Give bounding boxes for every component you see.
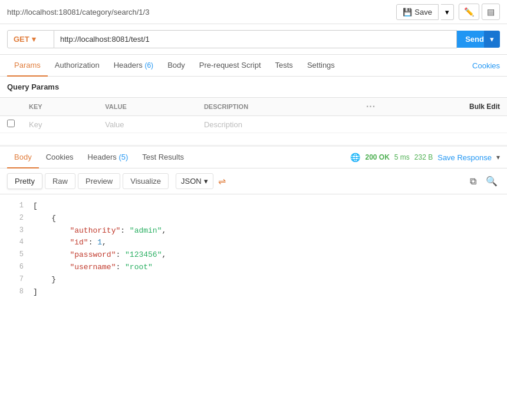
json-line-4: 4 "id": 1, [0, 237, 507, 249]
tab-settings-label: Settings [307, 61, 335, 70]
json-line-3: 3 "authority": "admin", [0, 225, 507, 237]
format-select[interactable]: JSON ▾ [176, 173, 213, 189]
json-line-8: 8 ] [0, 286, 507, 299]
view-tab-raw[interactable]: Raw [45, 173, 75, 189]
resp-tab-test-results[interactable]: Test Results [135, 147, 191, 168]
key-cell[interactable]: Key [22, 116, 98, 133]
method-label: GET [14, 35, 29, 44]
tab-authorization[interactable]: Authorization [48, 55, 107, 77]
save-icon: 💾 [403, 8, 412, 16]
json-viewer: 1 [ 2 { 3 "authority": "admin", 4 "id": … [0, 194, 507, 304]
th-value: VALUE [98, 98, 197, 116]
view-tab-visualize[interactable]: Visualize [123, 173, 169, 189]
response-meta: 🌐 200 OK 5 ms 232 B Save Response ▾ [350, 153, 500, 162]
search-button[interactable]: 🔍 [483, 173, 500, 189]
row-actions-cell [359, 116, 383, 133]
resp-tab-body[interactable]: Body [7, 147, 39, 168]
top-bar-actions: 💾 Save ▾ ✏️ ▤ [396, 4, 500, 20]
th-description: DESCRIPTION [197, 98, 359, 116]
tab-settings[interactable]: Settings [300, 55, 342, 77]
row-bulk-cell [383, 116, 507, 133]
view-tab-preview[interactable]: Preview [78, 173, 120, 189]
save-dropdown-button[interactable]: ▾ [441, 4, 454, 20]
response-section: Body Cookies Headers (5) Test Results 🌐 … [0, 145, 507, 304]
json-line-2: 2 { [0, 213, 507, 225]
save-arrow-icon: ▾ [445, 8, 449, 16]
json-line-6: 6 "username": "root" [0, 262, 507, 274]
response-time: 5 ms [394, 153, 410, 161]
top-bar: http://localhost:18081/category/search/1… [0, 0, 507, 24]
send-dropdown-button[interactable]: ▾ [484, 31, 500, 48]
resp-tab-body-label: Body [14, 153, 32, 161]
view-tab-pretty[interactable]: Pretty [7, 173, 42, 189]
format-arrow-icon: ▾ [204, 177, 208, 186]
th-key: KEY [22, 98, 98, 116]
tab-body-label: Body [167, 61, 185, 70]
method-arrow-icon: ▾ [32, 35, 36, 44]
url-input[interactable] [54, 30, 457, 48]
top-bar-url: http://localhost:18081/category/search/1… [7, 8, 149, 16]
save-response-arrow[interactable]: ▾ [496, 153, 500, 161]
edit-icon: ✏️ [464, 7, 474, 16]
edit-button[interactable]: ✏️ [459, 4, 479, 20]
json-line-5: 5 "password": "123456", [0, 249, 507, 262]
format-label: JSON [181, 177, 202, 186]
tab-body[interactable]: Body [160, 55, 192, 77]
method-select[interactable]: GET ▾ [7, 30, 54, 48]
query-params-title: Query Params [0, 77, 507, 97]
tab-headers[interactable]: Headers (6) [107, 55, 160, 77]
json-line-7: 7 } [0, 274, 507, 286]
tab-tests[interactable]: Tests [268, 55, 300, 77]
th-actions: ··· [359, 98, 383, 116]
tab-params[interactable]: Params [7, 55, 48, 77]
resp-tab-headers-label: Headers [88, 153, 117, 161]
row-checkbox-cell [0, 116, 22, 133]
tab-prerequest[interactable]: Pre-request Script [192, 55, 268, 77]
send-group: Send ▾ [457, 31, 500, 48]
key-placeholder: Key [29, 120, 42, 129]
doc-icon: ▤ [487, 7, 495, 16]
tabs-right: Cookies [472, 61, 500, 70]
response-size: 232 B [414, 153, 433, 161]
th-bulk-edit[interactable]: Bulk Edit [383, 98, 507, 116]
view-tab-visualize-label: Visualize [130, 177, 161, 186]
view-tab-preview-label: Preview [85, 177, 113, 186]
doc-button[interactable]: ▤ [482, 4, 500, 20]
params-table: KEY VALUE DESCRIPTION ··· Bulk Edit Key … [0, 97, 507, 133]
tab-prerequest-label: Pre-request Script [199, 61, 261, 70]
request-bar: GET ▾ Send ▾ [0, 24, 507, 55]
resp-tab-headers[interactable]: Headers (5) [81, 147, 136, 168]
response-status: 200 OK [365, 153, 389, 161]
resp-tab-cookies-label: Cookies [46, 153, 74, 161]
request-tabs-bar: Params Authorization Headers (6) Body Pr… [0, 55, 507, 77]
send-arrow-icon: ▾ [490, 35, 494, 44]
copy-button[interactable]: ⧉ [468, 173, 479, 189]
response-tabs-bar: Body Cookies Headers (5) Test Results 🌐 … [0, 147, 507, 168]
desc-placeholder: Description [204, 120, 242, 129]
resp-tab-cookies[interactable]: Cookies [39, 147, 81, 168]
view-tab-pretty-label: Pretty [15, 177, 35, 186]
value-cell[interactable]: Value [98, 116, 197, 133]
send-button[interactable]: Send [457, 31, 484, 48]
tab-authorization-label: Authorization [55, 61, 100, 70]
filter-icon[interactable]: ⇌ [218, 176, 226, 187]
tab-headers-label: Headers [114, 61, 143, 70]
view-tabs-bar: Pretty Raw Preview Visualize JSON ▾ ⇌ ⧉ … [0, 168, 507, 194]
value-placeholder: Value [105, 120, 124, 129]
table-row: Key Value Description [0, 116, 507, 133]
view-tab-raw-label: Raw [52, 177, 68, 186]
description-cell[interactable]: Description [197, 116, 359, 133]
save-button[interactable]: 💾 Save [396, 4, 439, 20]
tab-tests-label: Tests [275, 61, 293, 70]
resp-headers-badge: (5) [118, 153, 128, 161]
view-actions: ⧉ 🔍 [468, 173, 500, 189]
th-checkbox [0, 98, 22, 116]
tab-params-label: Params [14, 61, 41, 70]
row-checkbox[interactable] [7, 120, 15, 127]
headers-badge: (6) [144, 61, 153, 70]
cookies-link[interactable]: Cookies [472, 61, 500, 70]
globe-icon: 🌐 [350, 153, 360, 162]
resp-tab-test-results-label: Test Results [142, 153, 184, 161]
json-line-1: 1 [ [0, 200, 507, 213]
save-response-button[interactable]: Save Response [437, 153, 492, 162]
